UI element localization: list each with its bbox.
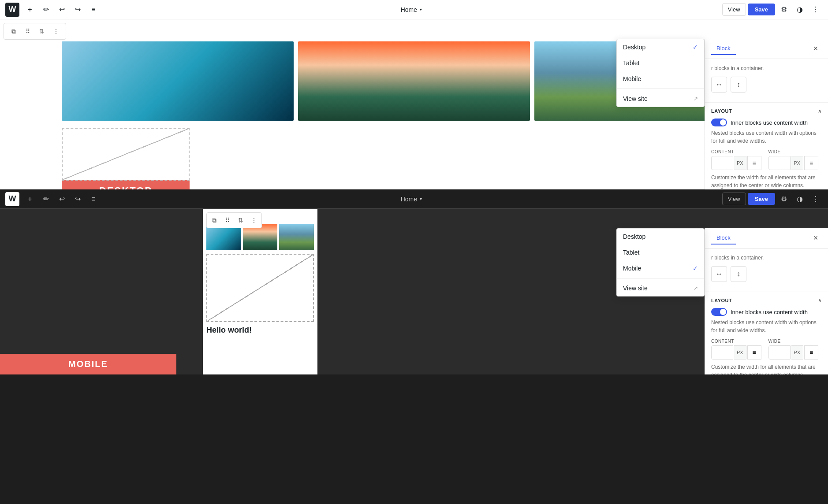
block-updown-btn[interactable]: ⇅ — [36, 25, 48, 37]
layout-collapse-bottom[interactable]: ∧ — [818, 297, 822, 304]
content-align-btn-top[interactable]: ≡ — [747, 156, 761, 170]
desktop-banner: DESKTOP — [62, 180, 190, 189]
view-button-top[interactable]: View — [722, 3, 746, 16]
block-copy-btn-bottom[interactable]: ⧉ — [208, 214, 220, 226]
panel-icon-row-top: ↔ ↕ — [711, 77, 822, 93]
nested-desc-top: Nested blocks use content width with opt… — [711, 129, 822, 145]
mobile-banner: MOBILE — [0, 354, 176, 374]
wide-input-row-top: PX ≡ — [768, 156, 822, 170]
block-move-btn[interactable]: ⠿ — [22, 25, 34, 37]
page-title-button-top[interactable]: Home ▾ — [397, 4, 425, 15]
wide-input-row-bottom: PX ≡ — [768, 345, 822, 359]
wp-logo-bottom[interactable]: W — [5, 192, 19, 206]
panel-tab-block-top[interactable]: Block — [711, 42, 736, 55]
right-panel-top: Block × r blocks in a container. ↔ ↕ Lay… — [705, 39, 828, 189]
block-toolbar-bottom: ⧉ ⠿ ⇅ ⋮ — [206, 212, 262, 228]
page-title-button-bottom[interactable]: Home ▾ — [397, 194, 425, 204]
width-help-top: Customize the width for all elements tha… — [711, 174, 822, 189]
morevert-button-bottom[interactable]: ⋮ — [809, 192, 823, 206]
nested-desc-bottom: Nested blocks use content width with opt… — [711, 319, 822, 334]
content-width-toggle-top[interactable] — [711, 119, 727, 126]
panel-close-bottom[interactable]: × — [809, 232, 822, 245]
wide-width-input-bottom[interactable] — [768, 345, 791, 359]
content-label-bottom: CONTENT — [711, 339, 765, 344]
wide-align-btn-top[interactable]: ≡ — [804, 156, 818, 170]
wide-unit-btn-top[interactable]: PX — [791, 156, 804, 170]
save-button-top[interactable]: Save — [748, 4, 775, 15]
layout-label-bottom: Layout — [711, 298, 732, 303]
toggle-row-top: Inner blocks use content width — [711, 119, 822, 126]
block-toolbar-top: ⧉ ⠿ ⇅ ⋮ — [4, 23, 66, 40]
pencil-button-top[interactable]: ✏ — [39, 3, 53, 17]
gear-button-bottom[interactable]: ⚙ — [777, 192, 791, 206]
placeholder-block-top — [62, 128, 190, 181]
panel-stretch-h-btn[interactable]: ↔ — [711, 77, 727, 93]
redo-button-top[interactable]: ↪ — [71, 3, 85, 17]
wp-logo-top[interactable]: W — [5, 3, 19, 17]
morevert-button-top[interactable]: ⋮ — [809, 3, 823, 17]
block-move-btn-bottom[interactable]: ⠿ — [221, 214, 234, 226]
layout-section-top: Layout ∧ Inner blocks use content width … — [705, 103, 828, 189]
panel-description-section-top: r blocks in a container. ↔ ↕ — [705, 59, 828, 103]
block-updown-btn-bottom[interactable]: ⇅ — [235, 214, 247, 226]
panel-header-bottom: Block × — [705, 228, 828, 248]
wide-width-group-bottom: WIDE PX ≡ — [768, 339, 822, 359]
layout-collapse-top[interactable]: ∧ — [818, 108, 822, 114]
dropdown-top: Desktop ✓ Tablet Mobile View site ↗ — [616, 39, 705, 107]
add-block-button-top[interactable]: + — [23, 3, 37, 17]
save-button-bottom[interactable]: Save — [748, 193, 775, 205]
toolbar-right-bottom: View Save ⚙ ◑ ⋮ — [722, 192, 823, 206]
content-unit-btn-top[interactable]: PX — [734, 156, 746, 170]
dropdown-viewsite-bottom[interactable]: View site ↗ — [617, 280, 704, 296]
redo-button-bottom[interactable]: ↪ — [71, 192, 85, 206]
block-dots-btn-bottom[interactable]: ⋮ — [248, 214, 260, 226]
content-width-toggle-bottom[interactable] — [711, 308, 727, 316]
width-help-bottom: Customize the width for all elements tha… — [711, 363, 822, 374]
mobile-content: philosophy. Hello world! — [203, 209, 317, 338]
block-copy-btn[interactable]: ⧉ — [7, 25, 20, 37]
dropdown-desktop-bottom[interactable]: Desktop — [617, 229, 704, 245]
dropdown-viewsite-top[interactable]: View site ↗ — [617, 91, 704, 107]
canvas-top: ⧉ ⠿ ⇅ ⋮ DESKTOP Desktop ✓ Tablet — [0, 19, 828, 189]
panel-stretch-v-btn-bottom[interactable]: ↕ — [731, 266, 746, 282]
dropdown-tablet-top[interactable]: Tablet — [617, 55, 704, 71]
layout-title-row-top: Layout ∧ — [711, 108, 822, 114]
content-label-top: CONTENT — [711, 149, 765, 154]
halfmoon-button-bottom[interactable]: ◑ — [793, 192, 807, 206]
content-width-input-top[interactable] — [711, 156, 733, 170]
dropdown-divider-top — [617, 89, 704, 89]
list-button-top[interactable]: ≡ — [86, 3, 101, 17]
panel-stretch-v-btn[interactable]: ↕ — [731, 77, 746, 93]
undo-button-bottom[interactable]: ↩ — [55, 192, 69, 206]
wide-width-input-top[interactable] — [768, 156, 791, 170]
content-width-group-bottom: CONTENT PX ≡ — [711, 339, 765, 359]
dropdown-mobile-bottom[interactable]: Mobile ✓ — [617, 260, 704, 276]
add-block-button-bottom[interactable]: + — [23, 192, 37, 206]
list-button-bottom[interactable]: ≡ — [86, 192, 101, 206]
dropdown-desktop-top[interactable]: Desktop ✓ — [617, 39, 704, 55]
pencil-button-bottom[interactable]: ✏ — [39, 192, 53, 206]
block-dots-btn[interactable]: ⋮ — [50, 25, 62, 37]
panel-close-top[interactable]: × — [809, 43, 822, 55]
wide-unit-btn-bottom[interactable]: PX — [791, 345, 804, 359]
gear-button-top[interactable]: ⚙ — [777, 3, 791, 17]
panel-description-section-bottom: r blocks in a container. ↔ ↕ — [705, 248, 828, 292]
dropdown-tablet-bottom[interactable]: Tablet — [617, 245, 704, 260]
panel-stretch-h-btn-bottom[interactable]: ↔ — [711, 266, 727, 282]
toolbar-bottom: W + ✏ ↩ ↪ ≡ Home ▾ View Save ⚙ — [0, 189, 828, 209]
undo-button-top[interactable]: ↩ — [55, 3, 69, 17]
panel-tab-block-bottom[interactable]: Block — [711, 232, 736, 245]
view-button-bottom[interactable]: View — [722, 193, 746, 205]
layout-title-row-bottom: Layout ∧ — [711, 297, 822, 304]
halfmoon-button-top[interactable]: ◑ — [793, 3, 807, 17]
content-unit-btn-bottom[interactable]: PX — [734, 345, 746, 359]
panel-tabs-top: Block — [711, 42, 736, 55]
panel-description-top: r blocks in a container. — [711, 64, 822, 72]
wide-label-top: WIDE — [768, 149, 822, 154]
panel-icon-row-bottom: ↔ ↕ — [711, 266, 822, 282]
content-width-input-bottom[interactable] — [711, 345, 733, 359]
content-align-btn-bottom[interactable]: ≡ — [747, 345, 761, 359]
dropdown-mobile-top[interactable]: Mobile — [617, 71, 704, 87]
wide-align-btn-bottom[interactable]: ≡ — [804, 345, 818, 359]
bottom-editor: W + ✏ ↩ ↪ ≡ Home ▾ View Save ⚙ — [0, 189, 828, 374]
